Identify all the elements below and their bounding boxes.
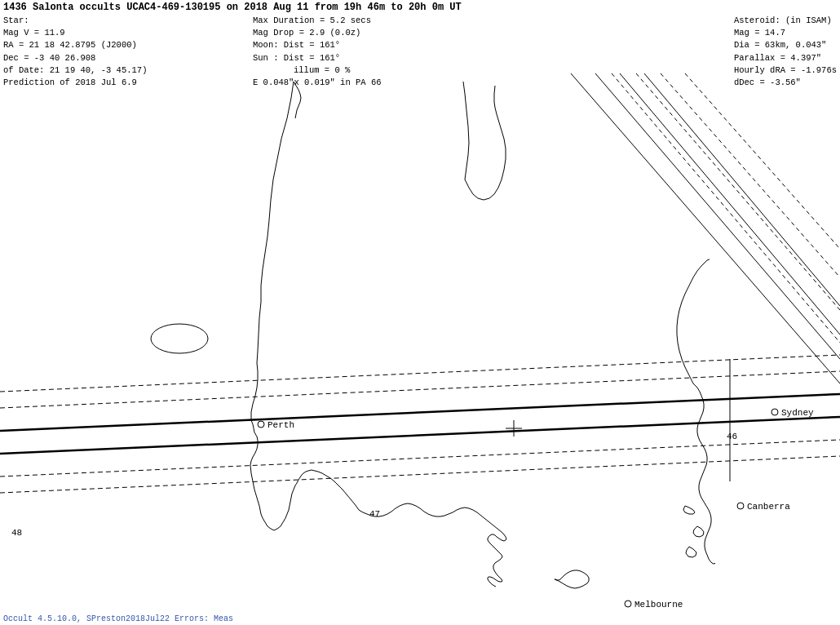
moon-label: Moon: Dist = <box>253 40 315 50</box>
svg-text:47: 47 <box>369 509 380 519</box>
mag-drop-val: 2.9 (0.0z) <box>309 28 360 38</box>
svg-line-2 <box>0 417 840 454</box>
asteroid-header: Asteroid: (in ISAM) <box>734 15 837 27</box>
svg-line-9 <box>661 73 840 277</box>
svg-line-11 <box>571 73 840 383</box>
moon-line: Moon: Dist = 161° <box>253 39 382 51</box>
map-area: Perth Sydney Canberra Melbourne 46 47 48 <box>0 73 840 625</box>
sun-label: Sun : Dist = <box>253 53 315 63</box>
svg-line-10 <box>685 73 840 249</box>
footer-text: Occult 4.5.10.0, SPreston2018Jul22 Error… <box>3 614 233 623</box>
svg-text:46: 46 <box>727 432 737 441</box>
title: 1436 Salonta occults UCAC4-469-130195 on… <box>3 2 462 13</box>
header-bar: 1436 Salonta occults UCAC4-469-130195 on… <box>0 0 840 15</box>
moon-dist: 161° <box>320 40 340 50</box>
svg-text:48: 48 <box>11 528 22 538</box>
duration-val: 5.2 secs <box>330 16 371 25</box>
svg-text:Perth: Perth <box>267 420 294 430</box>
svg-text:Sydney: Sydney <box>781 408 814 418</box>
duration-line: Max Duration = 5.2 secs <box>253 15 382 27</box>
svg-line-6 <box>0 456 840 493</box>
star-dec: Dec = -3 40 26.908 <box>3 52 147 64</box>
star-ra: RA = 21 18 42.8795 (J2000) <box>3 39 147 51</box>
star-mag: Mag V = 11.9 <box>3 27 147 39</box>
svg-text:Canberra: Canberra <box>747 502 790 512</box>
svg-line-3 <box>0 355 840 392</box>
asteroid-parallax: Parallax = 4.397" <box>734 52 837 64</box>
duration-label: Max Duration = <box>253 16 325 25</box>
asteroid-mag: Mag = 14.7 <box>734 27 837 39</box>
svg-line-12 <box>595 73 840 359</box>
map-svg: Perth Sydney Canberra Melbourne 46 47 48 <box>0 73 840 625</box>
svg-text:Melbourne: Melbourne <box>634 600 683 609</box>
sun-line: Sun : Dist = 161° <box>253 52 382 64</box>
svg-point-18 <box>258 421 264 428</box>
svg-point-0 <box>151 324 208 353</box>
sun-dist: 161° <box>320 53 340 63</box>
svg-line-13 <box>620 73 840 335</box>
mag-drop-line: Mag Drop = 2.9 (0.0z) <box>253 27 382 39</box>
footer: Occult 4.5.10.0, SPreston2018Jul22 Error… <box>3 614 233 623</box>
svg-point-22 <box>737 503 744 509</box>
svg-line-5 <box>0 440 840 477</box>
svg-point-24 <box>625 601 631 607</box>
svg-line-4 <box>0 371 840 408</box>
asteroid-dia: Dia = 63km, 0.043" <box>734 39 837 51</box>
star-label: Star: <box>3 15 147 27</box>
svg-line-7 <box>612 73 840 343</box>
svg-line-8 <box>636 73 840 310</box>
svg-line-1 <box>0 394 840 431</box>
svg-point-20 <box>771 409 778 415</box>
mag-drop-label: Mag Drop = <box>253 28 304 38</box>
main-container: 1436 Salonta occults UCAC4-469-130195 on… <box>0 0 840 625</box>
